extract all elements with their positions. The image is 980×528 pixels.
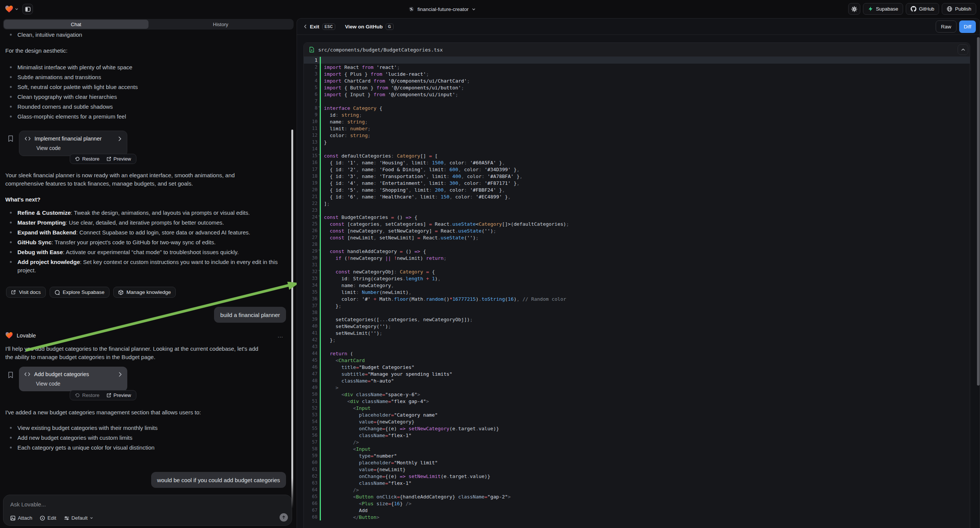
file-plus-icon [309, 46, 314, 52]
list-item: Subtle animations and transitions [10, 73, 281, 81]
code-line: 9 id: string; [304, 111, 970, 118]
raw-toggle-button[interactable]: Raw [935, 21, 956, 33]
bookmark-icon[interactable] [8, 371, 14, 379]
preview-button[interactable]: Preview [103, 393, 134, 398]
send-button[interactable] [280, 513, 288, 522]
external-link-icon [107, 156, 111, 161]
assistant-paragraph: Your sleek financial planner is now read… [5, 171, 286, 188]
view-code-link[interactable]: View code [36, 381, 122, 387]
code-line: 57 /> [304, 439, 970, 445]
code-line: 45 <ChartCard [304, 357, 970, 364]
assistant-paragraph: I've added a new budget categories manag… [5, 408, 288, 417]
view-code-link[interactable]: View code [37, 145, 122, 151]
mode-select[interactable]: Default [64, 515, 94, 521]
chat-bubble-icon [54, 290, 60, 295]
code-line: 13} [304, 138, 970, 145]
publish-button[interactable]: Publish [942, 3, 976, 15]
bookmark-icon[interactable] [8, 135, 14, 142]
version-card-add-budget-categories[interactable]: Add budget categories View code [19, 367, 127, 391]
tab-history[interactable]: History [148, 20, 293, 29]
code-line: 20 { id: '5', name: 'Shopping', limit: 2… [304, 186, 970, 193]
code-line: 33 id: String(categories.length + 1), [304, 275, 970, 282]
code-viewer-panel: Exit ESC View on GitHub G Raw Diff src/c… [297, 18, 980, 528]
version-title: Add budget categories [34, 371, 89, 377]
list-item: Refine & Customize: Tweak the design, an… [10, 209, 281, 217]
code-line: 22]; [304, 200, 970, 207]
code-lines[interactable]: 12import React from 'react';3import { Pl… [304, 57, 970, 520]
exit-button[interactable]: Exit ESC [304, 24, 335, 30]
package-icon [118, 290, 124, 295]
code-line: 11 limit: number; [304, 125, 970, 132]
visit-docs-button[interactable]: Visit docs [6, 287, 46, 298]
code-line: 50 <div className="space-y-6"> [304, 391, 970, 398]
collapse-button[interactable] [958, 44, 968, 55]
github-label: GitHub [919, 6, 934, 12]
version-actions: Restore Preview [70, 154, 136, 164]
file-card: src/components/budget/BudgetCategories.t… [304, 43, 970, 528]
code-line: 1 [304, 57, 970, 64]
tab-chat[interactable]: Chat [4, 20, 148, 29]
design-heading: For the design aesthetic: [5, 46, 67, 55]
list-item: Clean typography with clear hierarchies [10, 93, 281, 101]
code-line: 2import React from 'react'; [304, 64, 970, 70]
code-line: 27 const [newLimit, setNewLimit] = React… [304, 234, 970, 241]
code-line: 53 placeholder="Category name" [304, 411, 970, 418]
supabase-button[interactable]: Supabase [863, 3, 903, 15]
diff-toggle-button[interactable]: Diff [959, 21, 976, 33]
code-line: 39 setCategories([...categories, newCate… [304, 316, 970, 323]
edit-button[interactable]: Edit [40, 515, 56, 521]
chevron-right-icon [119, 372, 122, 377]
attach-button[interactable]: Attach [10, 515, 32, 521]
explore-supabase-button[interactable]: Explore Supabase [49, 287, 110, 298]
chat-scrollbar[interactable] [291, 130, 293, 508]
code-line: 56 className="flex-1" [304, 432, 970, 439]
code-line: 42 }; [304, 336, 970, 343]
code-line: 31 [304, 261, 970, 268]
code-line: 58 <Input [304, 445, 970, 452]
composer-placeholder: Ask Lovable... [10, 501, 46, 507]
publish-label: Publish [955, 6, 971, 12]
chat-panel: Chat History Clean, intuitive navigation… [0, 0, 297, 528]
code-line: 10 name: string; [304, 118, 970, 125]
message-menu-button[interactable]: ... [278, 332, 283, 339]
file-path: src/components/budget/BudgetCategories.t… [318, 47, 443, 52]
image-icon [10, 515, 16, 521]
assistant-header: Lovable [5, 332, 36, 339]
restore-button[interactable]: Restore [72, 393, 103, 398]
code-line: 34 name: newCategory, [304, 282, 970, 289]
code-line: 18 { id: '3', name: 'Transportation', li… [304, 173, 970, 180]
whats-next-heading: What's next? [5, 196, 41, 203]
code-line: 26 const [newCategory, setNewCategory] =… [304, 227, 970, 234]
github-button[interactable]: GitHub [906, 3, 939, 15]
view-on-github-button[interactable]: View on GitHub G [345, 24, 394, 30]
code-line: 43 [304, 343, 970, 350]
manage-knowledge-button[interactable]: Manage knowledge [113, 287, 176, 298]
code-line: 3import { Plus } from 'lucide-react'; [304, 70, 970, 77]
chat-history-tabs: Chat History [3, 19, 294, 30]
external-link-icon [11, 290, 16, 295]
code-line: 36 color: '#' + Math.floor(Math.random()… [304, 296, 970, 302]
composer[interactable]: Ask Lovable... Attach Edit Default [3, 495, 292, 526]
github-icon [911, 6, 916, 12]
code-line: 12 color: string; [304, 132, 970, 138]
project-switcher[interactable]: financial-future-creator [408, 0, 476, 18]
version-card-implement-financial-planner[interactable]: Implement financial planner View code [19, 131, 127, 156]
file-header[interactable]: src/components/budget/BudgetCategories.t… [304, 43, 970, 57]
whats-next-list: Refine & Customize: Tweak the design, an… [10, 209, 281, 276]
code-line: 14 [304, 145, 970, 152]
code-line: 60 placeholder="Monthly limit" [304, 459, 970, 466]
code-viewer-header: Exit ESC View on GitHub G Raw Diff [297, 19, 980, 35]
restore-button[interactable]: Restore [72, 156, 103, 162]
sliders-icon [64, 515, 69, 521]
list-item: Debug with Ease: Activate our experiment… [10, 248, 281, 256]
code-line: 32› const newCategoryObj: Category = { [304, 268, 970, 275]
list-item: GitHub Sync: Transfer your project's cod… [10, 238, 281, 247]
settings-button[interactable] [848, 3, 860, 15]
code-line: 44 return ( [304, 350, 970, 357]
list-item: Soft, neutral color palette with light b… [10, 83, 281, 91]
project-name: financial-future-creator [417, 6, 469, 12]
code-scrollbar[interactable] [977, 37, 980, 386]
preview-button[interactable]: Preview [103, 156, 134, 162]
list-item: Add new budget categories with custom li… [10, 434, 281, 442]
code-line: 15›const defaultCategories: Category[] =… [304, 152, 970, 159]
